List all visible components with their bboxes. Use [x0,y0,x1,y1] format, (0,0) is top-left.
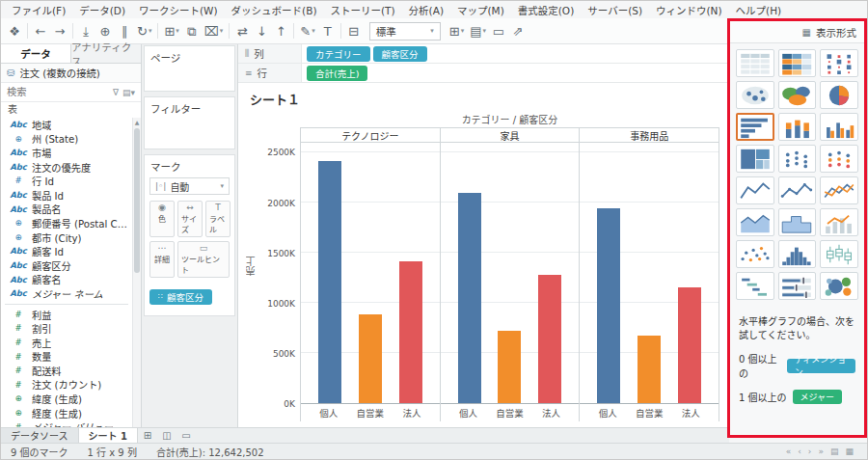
redo-button[interactable]: → [50,21,69,41]
scroll-up-icon[interactable]: ▲ [133,118,141,126]
field-row[interactable]: ⊕経度 (生成) [1,406,132,420]
tab-active-sheet[interactable]: シート 1 [79,428,138,443]
showme-highlight-table[interactable] [778,49,817,77]
tableau-logo-button[interactable]: ❖ [5,21,24,41]
showme-histogram[interactable] [778,240,817,268]
menu-item[interactable]: ウィンドウ(N) [649,1,729,19]
field-row[interactable]: #割引 [1,321,132,336]
previous-sheet-icon[interactable]: ‹ [798,446,801,456]
showme-filled-map[interactable] [778,81,817,109]
menu-item[interactable]: ワークシート(W) [132,1,225,19]
highlight-button[interactable]: ✎▾ [297,21,317,41]
showme-side-by-side-circles[interactable] [820,145,858,173]
field-row[interactable]: Abc地域 [1,118,132,132]
showme-area-chart-discrete[interactable] [778,208,817,236]
marks-button-label[interactable]: Tラベル [205,201,231,237]
field-row[interactable]: #行 Id [1,174,132,188]
showme-circle-views[interactable] [778,145,817,173]
bar-mark[interactable] [538,275,561,403]
pages-card[interactable]: ページ [144,45,235,92]
bar-mark[interactable] [637,336,661,403]
show-mark-labels-button[interactable]: T [318,21,338,41]
showme-text-table[interactable] [736,49,774,77]
presentation-mode-button[interactable]: ▭ [489,21,508,41]
show-filmstrip-icon[interactable]: ▦ [845,446,854,456]
field-row[interactable]: Abc製品 Id [1,188,132,203]
field-row[interactable]: #数量 [1,350,132,365]
field-row[interactable]: #注文 (カウント) [1,378,132,392]
bar-mark[interactable] [359,314,382,403]
field-row[interactable]: ⊕都市 (City) [1,230,132,245]
filter-funnel-icon[interactable]: ∇ [113,88,119,97]
field-row[interactable]: ⊕郵便番号 (Postal Code) [1,216,132,230]
marks-button-detail[interactable]: ⋯詳細 [149,241,175,278]
bar-mark[interactable] [597,208,620,404]
menu-item[interactable]: ストーリー(T) [324,1,402,19]
field-row[interactable]: Abc市場 [1,146,132,160]
view-options-icon[interactable]: ▤▾ [122,88,135,97]
showme-heat-map[interactable] [820,49,858,77]
bar-mark[interactable] [498,331,521,403]
measure-pill[interactable]: 合計(売上) [307,66,367,81]
sort-ascending-button[interactable]: ↓ [252,21,271,41]
field-row[interactable]: Abc顧客名 [1,273,132,287]
bar-mark[interactable] [458,193,481,403]
sort-descending-button[interactable]: ↑ [271,21,290,41]
menu-item[interactable]: ヘルプ(H) [729,1,789,19]
showme-scatter-plot[interactable] [736,240,774,268]
field-row[interactable]: Abcメジャー ネーム [1,286,132,301]
share-workbook-button[interactable]: ⇗ [508,21,528,41]
showme-dual-lines[interactable] [820,176,858,204]
first-sheet-icon[interactable]: « [786,446,792,456]
fit-mode-select[interactable]: 標準 ▾ [369,22,441,41]
marks-button-color[interactable]: ◉色 [149,201,175,237]
mark-type-dropdown[interactable]: |◦| 自動 ▾ [149,177,230,195]
next-sheet-icon[interactable]: › [808,446,812,456]
showme-lines-discrete[interactable] [778,176,817,204]
scrollbar-thumb[interactable] [134,128,140,273]
new-dashboard-button[interactable]: ◫ [157,428,176,443]
add-data-source-button[interactable]: ⊕ [95,21,115,41]
menu-item[interactable]: 書式設定(O) [511,1,581,19]
tab-analytics[interactable]: アナリティクス [71,44,141,63]
run-auto-updates-button[interactable]: ↻▾ [134,21,154,41]
swap-rows-columns-button[interactable]: ⇄ [232,21,252,41]
field-row[interactable]: ⊕州 (State) [1,132,132,147]
menu-item[interactable]: 分析(A) [402,1,450,19]
fields-scrollbar[interactable]: ▲ [132,118,141,427]
fix-axes-button[interactable]: ⊟ [344,21,364,41]
showme-dual-combination[interactable] [820,208,858,236]
bar-mark[interactable] [399,261,422,403]
field-row[interactable]: Abc注文の優先度 [1,160,132,175]
field-row[interactable]: Abc製品名 [1,203,132,217]
menu-item[interactable]: サーバー(S) [581,1,649,19]
undo-button[interactable]: ← [31,21,50,41]
bar-mark[interactable] [678,287,701,403]
fit-selector-button[interactable]: ⊞▾ [447,21,467,41]
showme-area-chart-continuous[interactable] [736,208,774,236]
field-row[interactable]: #売上 [1,336,132,350]
menu-item[interactable]: ファイル(F) [5,1,72,19]
showme-box-and-whisker[interactable] [820,240,858,268]
menu-item[interactable]: データ(D) [72,1,132,19]
bar-mark[interactable] [318,161,341,403]
showme-gantt[interactable] [736,272,774,300]
rows-shelf[interactable]: ≡ 行 合計(売上) [238,64,729,83]
last-sheet-icon[interactable]: » [818,446,824,456]
tab-datasource[interactable]: データソース [1,428,79,443]
showme-lines-continuous[interactable] [736,176,774,204]
field-row[interactable]: ⊕緯度 (生成) [1,392,132,406]
show-me-header[interactable]: ▦ 表示形式 [730,21,864,43]
field-row[interactable]: #メジャー バリュー [1,419,132,427]
tab-data[interactable]: データ [1,44,71,63]
showme-side-by-side-bars[interactable] [820,113,858,141]
marks-color-pill[interactable]: ∷顧客区分 [149,289,212,305]
field-row[interactable]: Abc顧客 Id [1,244,132,258]
menu-item[interactable]: マップ(M) [450,1,511,19]
showme-treemap[interactable] [736,145,774,173]
showme-horizontal-bars[interactable] [736,113,774,141]
show-sheet-sorter-icon[interactable]: ▤ [830,446,839,456]
clear-sheet-button[interactable]: ⌧▾ [202,21,227,41]
field-row[interactable]: #利益 [1,308,132,322]
show-hide-cards-button[interactable]: ▤▾ [467,21,489,41]
